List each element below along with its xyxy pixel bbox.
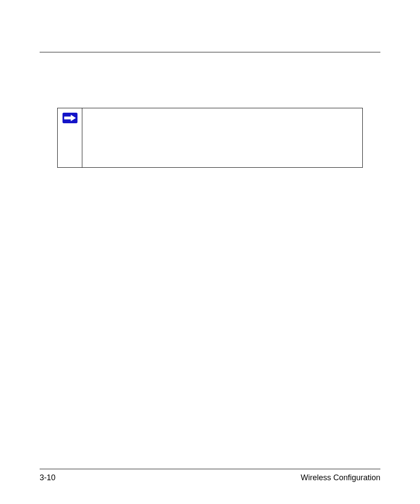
section-title: Wireless Configuration — [301, 473, 380, 482]
page-number: 3-10 — [40, 473, 55, 482]
note-body-text — [82, 108, 362, 167]
note-icon-cell — [58, 108, 82, 167]
arrow-right-icon — [63, 113, 77, 123]
document-page: 3-10 Wireless Configuration — [0, 0, 420, 504]
arrow-right-icon-svg — [64, 114, 76, 121]
header-rule — [40, 52, 380, 52]
note-box — [57, 108, 363, 168]
footer-rule — [40, 469, 380, 469]
